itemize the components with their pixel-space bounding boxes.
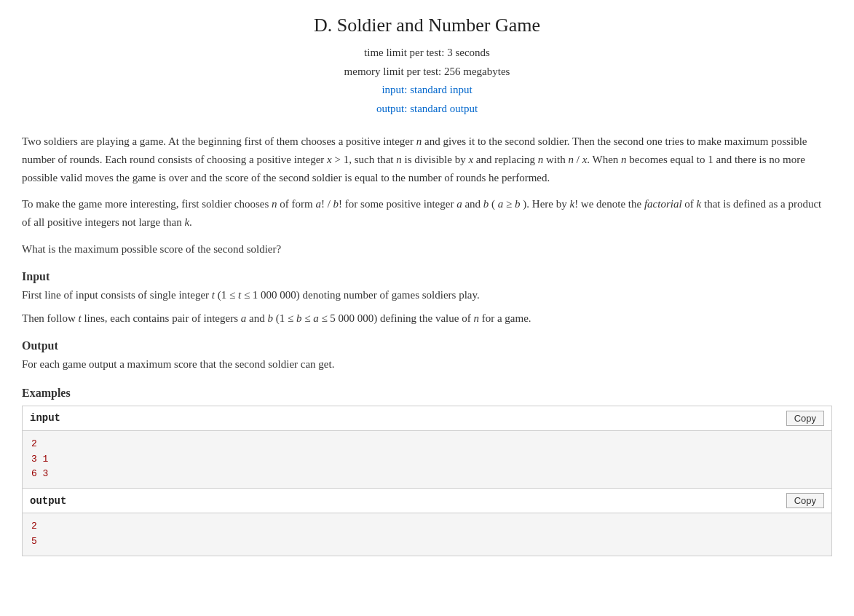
output-example-block: output Copy 2 5	[22, 489, 832, 556]
meta-info: time limit per test: 3 seconds memory li…	[22, 44, 832, 118]
input-example-header: input Copy	[23, 406, 831, 431]
output-type: output: standard output	[22, 100, 832, 119]
input-line-3: 6 3	[31, 467, 823, 482]
input-example-label: input	[30, 412, 60, 424]
problem-paragraph-2: To make the game more interesting, first…	[22, 195, 832, 232]
output-line-1: 2	[31, 519, 823, 534]
copy-output-button[interactable]: Copy	[786, 493, 824, 508]
input-section: Input First line of input consists of si…	[22, 270, 832, 328]
examples-title: Examples	[22, 387, 832, 400]
output-line-2: 5	[31, 534, 823, 550]
input-type: input: standard input	[22, 81, 832, 100]
time-limit: time limit per test: 3 seconds	[22, 44, 832, 63]
copy-input-button[interactable]: Copy	[786, 411, 824, 426]
output-example-header: output Copy	[23, 489, 831, 513]
input-example-block: input Copy 2 3 1 6 3	[22, 406, 832, 489]
input-body-2: Then follow t lines, each contains pair …	[22, 309, 832, 328]
output-example-label: output	[30, 495, 66, 507]
problem-description: Two soldiers are playing a game. At the …	[22, 133, 832, 258]
input-line-2: 3 1	[31, 452, 823, 467]
problem-paragraph-3: What is the maximum possible score of th…	[22, 240, 832, 258]
input-body-1: First line of input consists of single i…	[22, 286, 832, 304]
problem-paragraph-1: Two soldiers are playing a game. At the …	[22, 133, 832, 186]
input-example-content: 2 3 1 6 3	[23, 431, 831, 488]
output-example-content: 2 5	[23, 513, 831, 556]
input-line-1: 2	[31, 437, 823, 452]
page-title: D. Soldier and Number Game	[22, 15, 832, 36]
output-section: Output For each game output a maximum sc…	[22, 339, 832, 374]
output-title: Output	[22, 339, 832, 352]
memory-limit: memory limit per test: 256 megabytes	[22, 63, 832, 82]
input-title: Input	[22, 270, 832, 283]
output-body: For each game output a maximum score tha…	[22, 355, 832, 374]
